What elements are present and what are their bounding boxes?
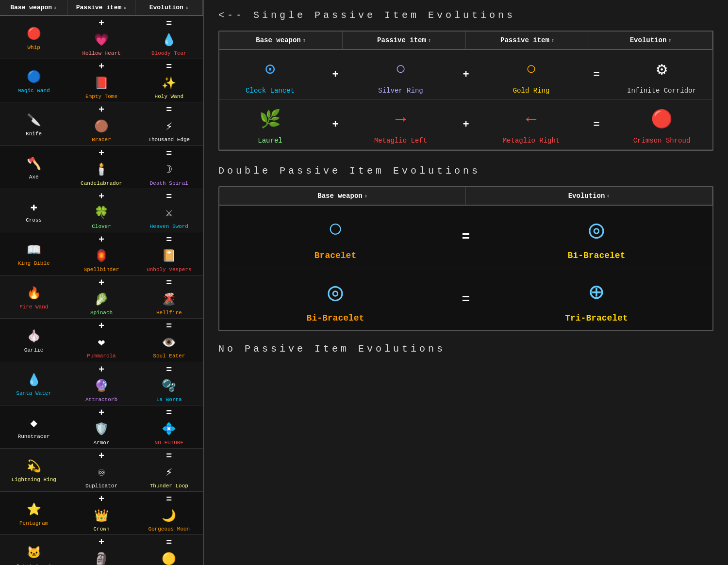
laurel-icon: 🌿 xyxy=(256,105,285,134)
equals-operator: = xyxy=(166,321,172,332)
la-borra-label: La Borra xyxy=(156,397,182,403)
bracelet-icon: ○ xyxy=(318,213,352,247)
table-row: 🔥 Fire Wand + 🥬 Spinach = 🌋 Hellfire xyxy=(0,275,203,319)
evolution-cell: = 👁️ Soul Eater xyxy=(135,319,203,361)
evolution-cell: ⚙️ Infinite Corridor xyxy=(611,50,712,99)
base-weapon-cell: 🐱 Gatti Amari xyxy=(0,541,67,565)
double-passive-table: Base weapon ⇕ Evolution ⇕ ○ Bracelet = ◎… xyxy=(218,186,713,331)
header-evolution[interactable]: Evolution ⇕ xyxy=(589,32,712,49)
lightning-ring-label: Lightning Ring xyxy=(11,477,56,483)
bracer-icon: 🟤 xyxy=(92,116,111,136)
header-base-weapon[interactable]: Base weapon ⇕ xyxy=(219,32,343,49)
sort-arrows-1: ⇕ xyxy=(54,5,57,11)
runetracer-icon: ◆ xyxy=(24,413,44,433)
table-row: 💧 Santa Water + 🔮 Attractorb = 🫧 La Borr… xyxy=(0,362,203,405)
passive-item-cell: + ♾️ Duplicator xyxy=(67,449,135,491)
table-row: 📖 King Bible + 🏮 Spellbinder = 📔 Unholy … xyxy=(0,232,203,275)
equals-operator: = xyxy=(582,69,611,81)
base-weapon-cell: ⊙ Clock Lancet xyxy=(219,50,321,99)
table-row: ✚ Cross + 🍀 Clover = ⚔️ Heaven Sword xyxy=(0,189,203,232)
pummarola-label: Pummarola xyxy=(87,353,116,359)
duplicator-icon: ♾️ xyxy=(92,463,111,482)
equals-operator: = xyxy=(166,191,172,202)
metaglio-right-label: Metaglio Right xyxy=(503,137,560,145)
thousand-edge-icon: ⚡ xyxy=(159,116,179,136)
magic-wand-label: Magic Wand xyxy=(18,88,50,94)
heaven-sword-label: Heaven Sword xyxy=(150,224,188,230)
spinach-label: Spinach xyxy=(90,310,113,316)
thunder-loop-label: Thunder Loop xyxy=(150,483,188,489)
sort-icon: ⇕ xyxy=(303,37,306,43)
sort-arrows-3: ⇕ xyxy=(185,5,188,11)
header-base-weapon[interactable]: Base weapon ⇕ xyxy=(0,0,67,15)
header-passive-1[interactable]: Passive item ⇕ xyxy=(343,32,466,49)
bi-bracelet-label: Bi-Bracelet xyxy=(307,313,364,323)
unholy-vespers-icon: 📔 xyxy=(159,246,179,266)
clover-label: Clover xyxy=(92,224,111,230)
metaglio-left-icon: → xyxy=(386,105,415,134)
duplicator-label: Duplicator xyxy=(85,483,117,489)
passive-item-cell: + 👑 Crown xyxy=(67,492,135,534)
laurel-label: Laurel xyxy=(258,137,282,145)
plus-operator: + xyxy=(99,191,104,202)
header-passive-item[interactable]: Passive item ⇕ xyxy=(67,0,135,15)
infinite-corridor-label: Infinite Corridor xyxy=(627,87,696,95)
passive-item-cell: + 🏮 Spellbinder xyxy=(67,232,135,275)
plus-operator: + xyxy=(321,119,350,131)
plus-operator: + xyxy=(99,451,104,462)
hellfire-icon: 🌋 xyxy=(159,290,179,309)
runetracer-label: Runetracer xyxy=(18,434,50,440)
equals-operator: = xyxy=(451,292,480,307)
metaglio-left-label: Metaglio Left xyxy=(374,137,427,145)
plus-operator: + xyxy=(451,69,480,81)
plus-operator: + xyxy=(99,61,104,72)
passive-item-cell: + 🛡️ Armor xyxy=(67,405,135,448)
soul-eater-label: Soul Eater xyxy=(153,353,185,359)
header-passive-2[interactable]: Passive item ⇕ xyxy=(466,32,589,49)
equals-operator: = xyxy=(166,18,172,29)
pentagram-icon: ⭐ xyxy=(24,500,44,519)
equals-operator: = xyxy=(166,451,172,462)
base-weapon-cell: 🪓 Axe xyxy=(0,152,67,182)
base-weapon-cell: 🔵 Magic Wand xyxy=(0,65,67,96)
fire-wand-label: Fire Wand xyxy=(19,304,48,310)
passive-item-cell: + 🕯️ Candelabrador xyxy=(67,146,135,189)
lightning-ring-icon: 💫 xyxy=(24,456,44,476)
evolution-cell: = 💧 Bloody Tear xyxy=(135,16,203,59)
metaglio-right-icon: ← xyxy=(517,105,546,134)
passive-item-cell: + 📕 Empty Tome xyxy=(67,59,135,102)
left-panel: Base weapon ⇕ Passive item ⇕ Evolution ⇕… xyxy=(0,0,204,565)
sort-icon: ⇕ xyxy=(607,193,610,199)
no-future-icon: 💠 xyxy=(159,420,179,439)
header-evolution[interactable]: Evolution ⇕ xyxy=(466,187,712,205)
tri-bracelet-label: Tri-Bracelet xyxy=(565,313,628,323)
bi-bracelet-icon: ◎ xyxy=(579,213,613,247)
death-spiral-icon: ☽ xyxy=(159,160,179,179)
holy-wand-label: Holy Wand xyxy=(155,94,183,100)
bloody-tear-icon: 💧 xyxy=(159,30,179,49)
passive2-cell: ○ Gold Ring xyxy=(480,50,582,99)
evolution-cell: = 🌋 Hellfire xyxy=(135,275,203,318)
crimson-shroud-icon: 🔴 xyxy=(647,105,677,134)
pentagram-label: Pentagram xyxy=(19,520,48,527)
silver-ring-label: Silver Ring xyxy=(378,87,423,95)
evolution-cell: = 📔 Unholy Vespers xyxy=(135,232,203,275)
spellbinder-icon: 🏮 xyxy=(92,246,111,266)
header-evolution[interactable]: Evolution ⇕ xyxy=(135,0,203,15)
plus-operator: + xyxy=(99,407,104,419)
plus-operator: + xyxy=(99,148,104,159)
plus-operator: + xyxy=(99,18,104,29)
no-future-label: NO FUTURE xyxy=(155,440,183,446)
spellbinder-label: Spellbinder xyxy=(84,267,119,273)
armor-label: Armor xyxy=(93,440,109,446)
passive1-cell: → Metaglio Left xyxy=(350,100,451,149)
gatti-amari-icon: 🐱 xyxy=(24,543,44,563)
plus-operator: + xyxy=(99,321,104,332)
spinach-icon: 🥬 xyxy=(92,290,111,309)
base-weapon-cell: 🔴 Whip xyxy=(0,22,67,53)
king-bible-label: King Bible xyxy=(18,260,50,267)
bi-bracelet-label: Bi-Bracelet xyxy=(568,251,626,260)
crown-icon: 👑 xyxy=(92,506,111,525)
king-bible-icon: 📖 xyxy=(24,240,44,259)
header-base-weapon[interactable]: Base weapon ⇕ xyxy=(219,187,466,205)
